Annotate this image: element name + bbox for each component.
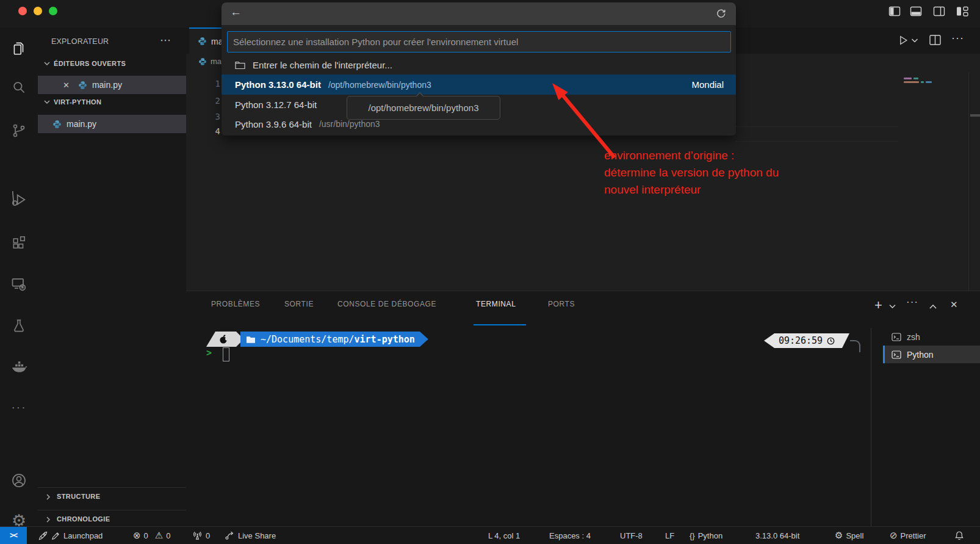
- toggle-primary-sidebar-icon[interactable]: [888, 6, 902, 18]
- error-icon: ⊗: [133, 530, 141, 541]
- terminal-tab-zsh[interactable]: zsh: [883, 328, 980, 346]
- activity-item-run-debug[interactable]: [0, 185, 38, 214]
- status-spell[interactable]: ⚙ Spell: [835, 527, 863, 544]
- item-badge: Mondial: [691, 79, 724, 90]
- activity-item-explorer[interactable]: [0, 34, 38, 63]
- activity-item-more[interactable]: ···: [0, 393, 38, 422]
- terminal-cursor: [223, 347, 229, 361]
- terminal-tab-python[interactable]: Python: [883, 346, 980, 363]
- status-indentation[interactable]: Espaces : 4: [549, 527, 591, 544]
- section-structure[interactable]: STRUCTURE: [46, 493, 100, 500]
- item-name: Python 3.9.6 64-bit: [235, 119, 312, 129]
- section-folder-root[interactable]: VIRT-PYTHON: [44, 98, 101, 106]
- editor-more-icon[interactable]: ···: [951, 32, 964, 45]
- pen-icon: [51, 531, 60, 540]
- activity-item-docker[interactable]: [0, 353, 38, 382]
- split-editor-icon[interactable]: [929, 35, 941, 45]
- sidebar-more-icon[interactable]: ⋯: [160, 34, 171, 47]
- traffic-light-minimize[interactable]: [34, 7, 42, 15]
- activity-item-extensions[interactable]: [0, 228, 38, 257]
- notifications-bell[interactable]: [954, 527, 964, 544]
- traffic-light-zoom[interactable]: [49, 7, 57, 15]
- apple-icon: [219, 334, 228, 344]
- panel-tab-terminal[interactable]: TERMINAL: [476, 300, 516, 308]
- quickpick-dialog: ← Entrer le chemin de l'interpréteur... …: [222, 2, 736, 136]
- activity-item-search[interactable]: [0, 73, 38, 103]
- item-label: Entrer le chemin de l'interpréteur...: [253, 60, 392, 70]
- quickpick-item-enter-path[interactable]: Entrer le chemin de l'interpréteur...: [222, 55, 736, 74]
- activity-item-account[interactable]: [0, 466, 38, 495]
- new-terminal-icon[interactable]: +: [874, 297, 882, 313]
- debug-icon: [10, 191, 27, 208]
- run-button[interactable]: [897, 34, 909, 46]
- vscode-window: ··· ⚙ EXPLORATEUR ⋯ ÉDITEURS OUVERTS ✕ m…: [0, 0, 980, 544]
- run-dropdown-icon[interactable]: [911, 38, 918, 43]
- prompt-path-segment: ~/Documents/temp/virt-python: [240, 332, 428, 347]
- account-icon: [10, 472, 27, 489]
- status-encoding[interactable]: UTF-8: [620, 527, 643, 544]
- chevron-down-icon: [44, 100, 50, 104]
- activity-item-testing[interactable]: [0, 311, 38, 341]
- panel-tab-problems[interactable]: PROBLÈMES: [211, 300, 260, 308]
- sidebar-title: EXPLORATEUR: [51, 37, 109, 46]
- toggle-panel-icon[interactable]: [910, 6, 923, 18]
- status-python-interpreter[interactable]: 3.13.0 64-bit: [755, 527, 799, 544]
- status-bar: >< Launchpad ⊗ 0 ⚠ 0 0 Live Share L 4, c…: [0, 526, 980, 544]
- status-cursor-position[interactable]: L 4, col 1: [488, 527, 520, 544]
- braces-icon: {}: [690, 531, 695, 540]
- tree-item-main-py[interactable]: main.py: [38, 115, 186, 133]
- chevron-right-icon: [46, 517, 52, 521]
- live-share-icon: [225, 531, 235, 540]
- clock-icon: [827, 337, 835, 345]
- more-icon: ···: [12, 401, 27, 414]
- activity-item-remote-explorer[interactable]: [0, 269, 38, 299]
- chevron-right-icon: [46, 494, 52, 499]
- overview-ruler-mark: [970, 114, 980, 117]
- quickpick-item-python-3-13[interactable]: Python 3.13.0 64-bit /opt/homebrew/bin/p…: [222, 74, 736, 95]
- close-panel-icon[interactable]: ✕: [950, 299, 958, 310]
- panel-tab-ports[interactable]: PORTS: [548, 300, 575, 308]
- chevron-down-icon: [44, 61, 50, 66]
- status-live-share[interactable]: Live Share: [225, 527, 276, 544]
- back-icon[interactable]: ←: [230, 5, 242, 19]
- terminal-dropdown-icon[interactable]: [889, 304, 896, 309]
- section-divider: [38, 487, 186, 488]
- bell-icon: [954, 531, 964, 541]
- rocket-icon: [38, 531, 48, 541]
- status-eol[interactable]: LF: [665, 527, 674, 544]
- folder-icon: [247, 336, 255, 343]
- folder-icon: [235, 60, 245, 70]
- section-timeline[interactable]: CHRONOLOGIE: [46, 515, 110, 523]
- git-branch-icon: [11, 123, 27, 139]
- close-icon[interactable]: ✕: [63, 81, 70, 90]
- open-editor-main-py[interactable]: ✕ main.py: [38, 76, 186, 94]
- search-icon: [11, 80, 27, 96]
- quickpick-input[interactable]: [227, 31, 731, 53]
- remote-indicator[interactable]: ><: [0, 527, 27, 544]
- section-open-editors[interactable]: ÉDITEURS OUVERTS: [44, 60, 126, 67]
- activity-item-source-control[interactable]: [0, 116, 38, 145]
- panel-more-icon[interactable]: ···: [906, 296, 918, 308]
- status-launchpad[interactable]: Launchpad: [38, 527, 103, 544]
- status-prettier[interactable]: ⊘ Prettier: [890, 527, 926, 544]
- line-number: 3: [202, 112, 220, 121]
- traffic-light-close[interactable]: [18, 7, 27, 15]
- status-language[interactable]: {} Python: [690, 527, 722, 544]
- panel-tab-debug-console[interactable]: CONSOLE DE DÉBOGAGE: [337, 300, 436, 308]
- status-ports[interactable]: 0: [192, 527, 210, 544]
- section-divider: [38, 510, 186, 510]
- quickpick-title-bar: ←: [222, 2, 736, 25]
- customize-layout-icon[interactable]: [956, 6, 970, 18]
- annotation-text: environnement d’origine : détermine la v…: [604, 147, 860, 198]
- python-file-icon: [52, 120, 62, 129]
- status-problems[interactable]: ⊗ 0 ⚠ 0: [133, 527, 171, 544]
- terminal-sash[interactable]: [871, 328, 871, 527]
- refresh-icon[interactable]: [716, 8, 726, 18]
- toggle-secondary-sidebar-icon[interactable]: [933, 6, 946, 18]
- maximize-panel-icon[interactable]: [929, 304, 937, 309]
- flask-icon: [11, 318, 27, 334]
- terminal-icon: [892, 333, 901, 341]
- docker-icon: [10, 359, 27, 376]
- panel-tab-output[interactable]: SORTIE: [284, 300, 314, 308]
- minimap[interactable]: [904, 78, 932, 83]
